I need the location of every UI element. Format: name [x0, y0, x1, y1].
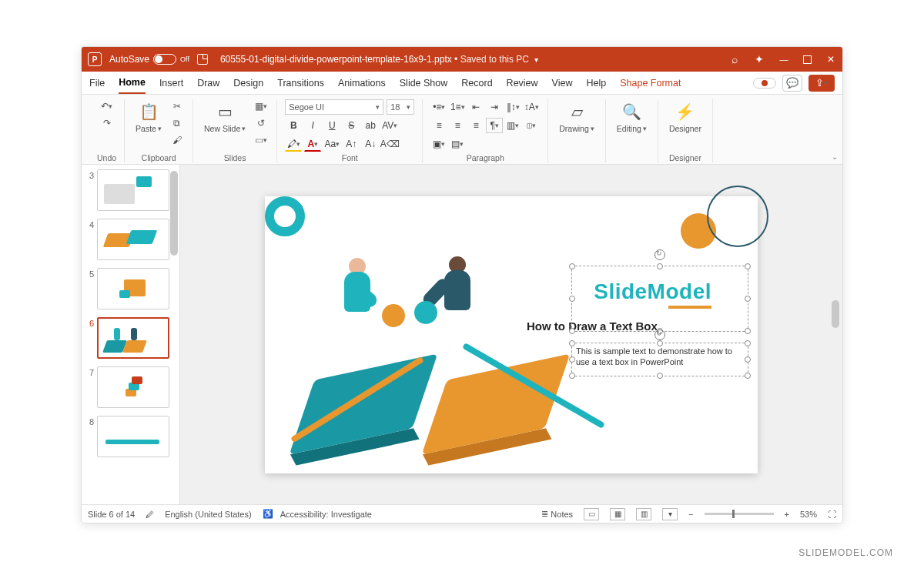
numbering-button[interactable]: 1≡▾ — [449, 99, 466, 115]
section-button[interactable]: ▭▾ — [253, 133, 269, 147]
drawing-button[interactable]: ▱ Drawing▾ — [556, 99, 598, 135]
tab-draw[interactable]: Draw — [197, 73, 219, 93]
columns2-button[interactable]: ▤▾ — [449, 136, 466, 152]
align-right-button[interactable]: ≡ — [467, 118, 484, 133]
share-button[interactable]: ⇪▾ — [808, 75, 835, 92]
tab-review[interactable]: Review — [507, 73, 538, 93]
comments-icon[interactable]: 💬 — [782, 75, 802, 92]
thumbnail-6[interactable]: 6 — [85, 317, 176, 359]
plug-orange — [382, 304, 405, 327]
chevron-down-icon[interactable]: ▾ — [534, 55, 538, 64]
minimize-icon[interactable] — [778, 54, 789, 65]
paste-button[interactable]: 📋 Paste▾ — [132, 99, 165, 135]
shrink-font-button[interactable]: A↓ — [362, 136, 379, 152]
editing-button[interactable]: 🔍 Editing▾ — [614, 99, 650, 135]
slide[interactable]: SlideModel How to Draw a Text Box — [265, 196, 758, 473]
designer-button[interactable]: ⚡ Designer — [666, 99, 705, 135]
close-icon[interactable] — [825, 54, 836, 65]
line-spacing-button[interactable]: ‖↕▾ — [504, 99, 521, 115]
save-icon[interactable] — [197, 54, 208, 65]
thumbnail-4[interactable]: 4 — [85, 219, 176, 260]
toggle-switch-icon[interactable] — [153, 54, 176, 65]
reset-button[interactable]: ↺ — [253, 116, 269, 130]
autosave-toggle[interactable]: AutoSave Off — [109, 54, 189, 65]
tab-animations[interactable]: Animations — [338, 73, 386, 93]
collapse-ribbon-icon[interactable]: ⌄ — [832, 152, 838, 161]
rotate-handle-icon[interactable] — [654, 329, 665, 340]
slide-body-text[interactable]: This is sample text to demonstrate how t… — [576, 346, 745, 368]
underline-button[interactable]: U — [323, 118, 340, 133]
tab-design[interactable]: Design — [233, 73, 263, 93]
illustration-person-right — [434, 256, 480, 310]
shadow-button[interactable]: ab — [362, 118, 379, 133]
tab-home[interactable]: Home — [119, 72, 146, 94]
italic-button[interactable]: I — [304, 118, 321, 133]
normal-view-button[interactable]: ▭ — [584, 508, 599, 520]
zoom-in-button[interactable]: + — [785, 510, 789, 519]
layout-button[interactable]: ▦▾ — [253, 99, 269, 113]
copy-button[interactable]: ⧉ — [169, 116, 185, 130]
change-case-button[interactable]: Aa▾ — [323, 136, 340, 152]
align-vert-button[interactable]: ⎅▾ — [523, 118, 540, 133]
grow-font-button[interactable]: A↑ — [343, 136, 360, 152]
tab-help[interactable]: Help — [586, 73, 606, 93]
slideshow-view-button[interactable]: ▾ — [662, 508, 678, 520]
scrollbar-thumb[interactable] — [170, 171, 178, 256]
indent-dec-button[interactable]: ⇤ — [467, 99, 484, 115]
tab-shape-format[interactable]: Shape Format — [620, 73, 681, 93]
font-size-combo[interactable]: 18▾ — [387, 99, 414, 115]
spellcheck-icon[interactable]: 🖉 — [146, 510, 154, 519]
selection-frame-title[interactable] — [571, 266, 748, 332]
redo-button[interactable]: ↷ — [99, 116, 115, 130]
format-painter-button[interactable]: 🖌 — [169, 133, 185, 147]
zoom-level[interactable]: 53% — [800, 510, 817, 519]
tab-transitions[interactable]: Transitions — [277, 73, 324, 93]
platform-orange — [422, 353, 571, 454]
thumbnail-8[interactable]: 8 — [85, 416, 176, 457]
tab-file[interactable]: File — [89, 73, 105, 93]
search-icon[interactable] — [729, 54, 740, 65]
zoom-slider[interactable] — [705, 513, 774, 515]
zoom-out-button[interactable]: − — [688, 510, 693, 519]
slide-counter[interactable]: Slide 6 of 14 — [88, 510, 135, 519]
text-align-button[interactable]: ¶▾ — [486, 118, 503, 133]
thumbnail-5[interactable]: 5 — [85, 268, 176, 309]
indent-inc-button[interactable]: ⇥ — [486, 99, 503, 115]
clear-format-button[interactable]: A⌫ — [381, 136, 398, 152]
highlight-button[interactable]: 🖍▾ — [285, 136, 302, 152]
align-left-button[interactable]: ≡ — [430, 118, 447, 133]
slide-canvas-area[interactable]: SlideModel How to Draw a Text Box — [180, 165, 842, 504]
rotate-handle-icon[interactable] — [654, 249, 665, 260]
maximize-icon[interactable] — [803, 55, 812, 64]
thumbnail-3[interactable]: 3 — [85, 169, 176, 211]
align-center-button[interactable]: ≡ — [449, 118, 466, 133]
sorter-view-button[interactable]: ▦ — [610, 508, 625, 520]
new-slide-button[interactable]: ▭ New Slide▾ — [201, 99, 249, 135]
text-direction-button[interactable]: ↕A▾ — [523, 99, 540, 115]
accessibility-status[interactable]: ♿ Accessibility: Investigate — [263, 509, 372, 519]
thumbnail-7[interactable]: 7 — [85, 366, 176, 408]
reading-view-button[interactable]: ▥ — [636, 508, 651, 520]
notes-button[interactable]: ≣Notes — [541, 509, 573, 519]
more-font-button[interactable]: AV▾ — [381, 118, 398, 133]
tab-insert[interactable]: Insert — [159, 73, 183, 93]
tab-view[interactable]: View — [552, 73, 573, 93]
fit-window-button[interactable]: ⛶ — [828, 510, 836, 519]
document-title[interactable]: 60555-01-digital-divide-powerpoint-templ… — [216, 54, 721, 65]
strike-button[interactable]: S — [343, 118, 360, 133]
cut-button[interactable]: ✂ — [169, 99, 185, 113]
bullets-button[interactable]: •≡▾ — [430, 99, 447, 115]
convert-smartart-button[interactable]: ▣▾ — [430, 136, 447, 152]
bold-button[interactable]: B — [285, 118, 302, 133]
font-color-button[interactable]: A▾ — [304, 136, 321, 152]
thumbnail-panel[interactable]: 3 4 5 6 7 8 — [82, 165, 180, 504]
tab-slideshow[interactable]: Slide Show — [400, 73, 448, 93]
vertical-scrollbar[interactable] — [832, 300, 839, 328]
record-pill[interactable] — [753, 78, 776, 89]
font-name-combo[interactable]: Segoe UI▾ — [285, 99, 383, 115]
columns-button[interactable]: ▥▾ — [504, 118, 521, 133]
language-status[interactable]: English (United States) — [165, 510, 252, 519]
copilot-icon[interactable] — [754, 54, 765, 65]
tab-record[interactable]: Record — [461, 73, 492, 93]
undo-button[interactable]: ↶▾ — [99, 99, 115, 113]
